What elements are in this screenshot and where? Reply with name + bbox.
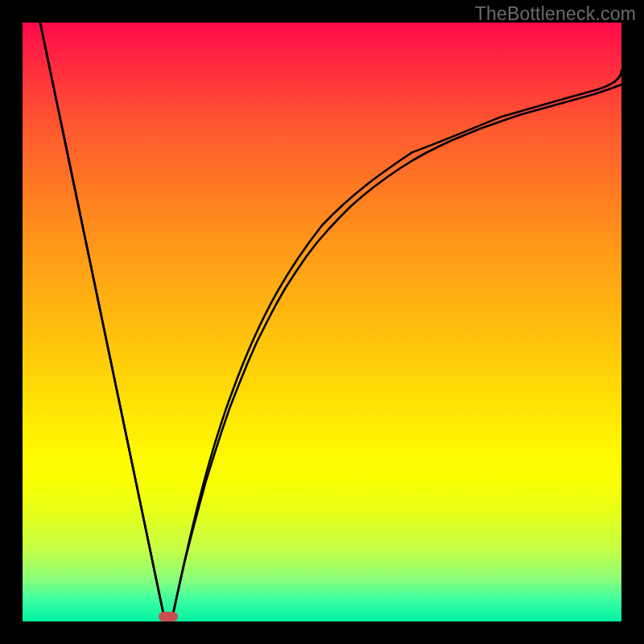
curve-layer-refined [23,23,621,621]
plot-area [23,23,621,621]
chart-stage: TheBottleneck.com [0,0,644,644]
left-line [40,23,165,621]
minimum-marker [159,612,178,621]
watermark-text: TheBottleneck.com [475,3,636,25]
right-curve [171,85,621,621]
